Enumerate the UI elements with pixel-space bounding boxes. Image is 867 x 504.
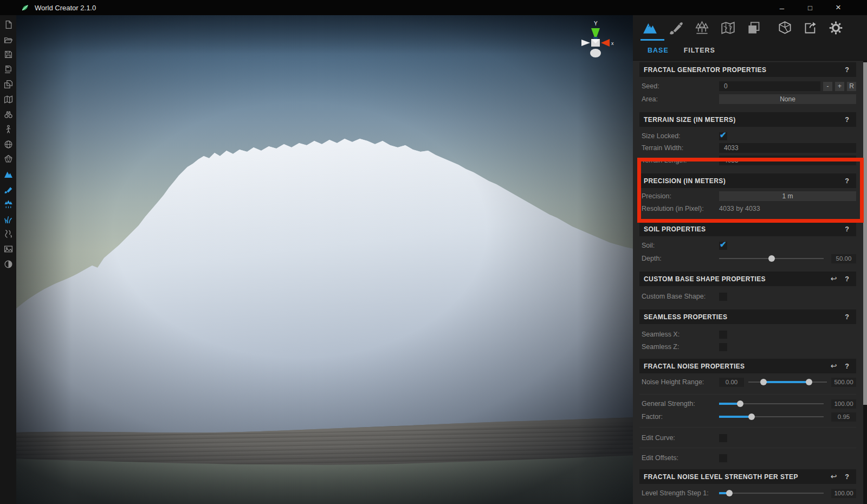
texturing-mode-icon[interactable] <box>669 21 683 35</box>
help-icon[interactable]: ? <box>845 177 849 185</box>
character-icon[interactable] <box>4 125 13 134</box>
app-logo-leaf-icon <box>21 3 29 12</box>
factor-knob[interactable] <box>748 413 755 420</box>
gizmo-bottom-cone[interactable] <box>590 49 601 57</box>
gizmo-x-axis-cone[interactable] <box>601 39 610 47</box>
river-icon[interactable] <box>4 229 13 238</box>
binoculars-icon[interactable] <box>4 110 13 119</box>
grass-icon[interactable] <box>4 215 13 224</box>
layers-mode-icon[interactable] <box>747 21 761 35</box>
terrain-length-row: Terrain Length: <box>642 154 856 166</box>
vegetation-mode-icon[interactable] <box>695 21 709 35</box>
seed-increment-button[interactable]: + <box>835 82 844 91</box>
help-icon[interactable]: ? <box>845 66 849 74</box>
general-strength-label: General Strength: <box>642 400 719 408</box>
map-mode-icon[interactable] <box>721 21 735 35</box>
level-strength-step1-value[interactable]: 100.00 <box>831 489 856 498</box>
level-strength-step1-knob[interactable] <box>726 490 733 496</box>
terrain-render <box>16 15 633 504</box>
terrain-width-input[interactable] <box>719 143 856 153</box>
depth-value[interactable]: 50.00 <box>831 254 856 263</box>
help-icon[interactable]: ? <box>845 116 849 124</box>
tab-base[interactable]: BASE <box>648 47 669 54</box>
tab-filters[interactable]: FILTERS <box>684 47 715 54</box>
reset-back-arrow-icon[interactable]: ↩ <box>831 469 837 484</box>
seed-decrement-button[interactable]: - <box>823 82 832 91</box>
factor-slider[interactable] <box>719 413 824 421</box>
gizmo-left-cone[interactable] <box>581 40 590 46</box>
level-strength-step1-row: Level Strength Step 1: 100.00 <box>642 487 856 499</box>
seamless-z-label: Seamless Z: <box>642 343 719 351</box>
section-noise-level-strength: FRACTAL NOISE LEVEL STRENGTH PER STEP ↩ … <box>639 469 856 484</box>
divider <box>639 394 856 395</box>
general-strength-slider[interactable] <box>719 400 824 408</box>
general-strength-value[interactable]: 100.00 <box>831 399 856 409</box>
edit-curve-label: Edit Curve: <box>642 434 719 442</box>
minimize-button[interactable]: – <box>774 1 790 14</box>
section-soil: SOIL PROPERTIES ? <box>639 222 856 236</box>
new-file-icon[interactable] <box>4 20 13 29</box>
factor-value[interactable]: 0.95 <box>831 412 856 422</box>
noise-range-min-value[interactable]: 0.00 <box>719 378 744 387</box>
reset-back-arrow-icon[interactable]: ↩ <box>831 359 837 373</box>
area-row: Area: None <box>642 93 856 105</box>
seed-random-button[interactable]: R <box>847 82 856 91</box>
noise-range-min-knob[interactable] <box>760 379 767 385</box>
planet-icon[interactable] <box>4 260 13 269</box>
seamless-z-checkbox[interactable] <box>719 343 727 351</box>
help-icon[interactable]: ? <box>845 473 849 481</box>
gizmo-x-label: x <box>611 41 614 46</box>
size-locked-row: Size Locked: ✔ <box>642 130 856 142</box>
help-icon[interactable]: ? <box>845 275 849 283</box>
gizmo-y-label: Y <box>594 21 598 27</box>
reset-back-arrow-icon[interactable]: ↩ <box>831 272 837 286</box>
share-icon[interactable] <box>803 21 818 35</box>
globe-wire-icon[interactable] <box>4 140 13 149</box>
map-icon[interactable] <box>4 95 13 104</box>
help-icon[interactable]: ? <box>845 225 849 233</box>
depth-slider[interactable] <box>719 255 824 262</box>
settings-gear-icon[interactable] <box>829 21 843 35</box>
image-icon[interactable] <box>4 244 13 254</box>
duplicate-pages-icon[interactable] <box>4 80 13 89</box>
export-3d-icon[interactable] <box>778 21 792 35</box>
edit-curve-checkbox[interactable] <box>719 434 727 442</box>
precision-dropdown[interactable]: 1 m <box>719 191 856 201</box>
area-button[interactable]: None <box>719 94 856 104</box>
depth-slider-knob[interactable] <box>768 255 775 262</box>
noise-range-max-value[interactable]: 500.00 <box>831 378 856 387</box>
seamless-x-checkbox[interactable] <box>719 331 727 339</box>
noise-range-max-knob[interactable] <box>806 379 812 385</box>
terrain-mountain-icon[interactable] <box>4 170 13 179</box>
vegetation-trees-icon[interactable] <box>4 199 13 209</box>
save-icon[interactable] <box>4 50 13 59</box>
terrain-mode-icon[interactable] <box>643 21 657 35</box>
section-terrain-size: TERRAIN SIZE (IN METERS) ? <box>639 112 856 127</box>
size-locked-checkbox[interactable]: ✔ <box>719 132 727 140</box>
panel-scrollbar-thumb[interactable] <box>863 62 867 405</box>
noise-range-slider[interactable] <box>748 378 827 386</box>
seed-input[interactable] <box>719 81 820 91</box>
texture-brush-icon[interactable] <box>4 185 13 194</box>
general-strength-knob[interactable] <box>737 400 743 407</box>
terrain-length-input[interactable] <box>719 156 856 165</box>
checkmark: ✔ <box>720 130 727 140</box>
section-seamless: SEAMLESS PROPERTIES ? <box>639 309 856 324</box>
section-title: SOIL PROPERTIES <box>644 225 845 233</box>
open-folder-icon[interactable] <box>4 35 13 44</box>
gem-icon[interactable] <box>4 154 13 164</box>
custom-base-shape-checkbox[interactable] <box>719 293 727 301</box>
terrain-3d-viewport[interactable]: Y x <box>16 15 633 504</box>
edit-offsets-checkbox[interactable] <box>719 454 727 462</box>
area-label: Area: <box>642 95 719 103</box>
help-icon[interactable]: ? <box>845 363 849 370</box>
help-icon[interactable]: ? <box>845 313 849 321</box>
level-strength-step1-slider[interactable] <box>719 489 824 497</box>
maximize-button[interactable]: □ <box>802 1 818 14</box>
save-as-icon[interactable] <box>4 65 13 74</box>
soil-checkbox[interactable]: ✔ <box>719 242 727 250</box>
close-button[interactable]: × <box>830 1 846 14</box>
orientation-gizmo[interactable]: Y x <box>577 20 614 64</box>
panel-toolbar <box>633 15 867 41</box>
general-strength-row: General Strength: 100.00 <box>642 398 856 410</box>
